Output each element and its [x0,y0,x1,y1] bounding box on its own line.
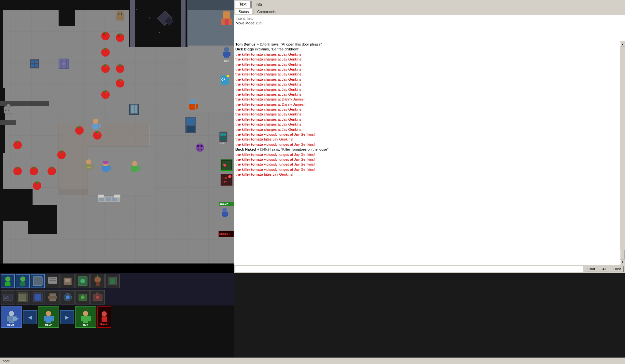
svg-text:KIT: KIT [222,181,227,184]
equip-slot-7[interactable] [90,290,105,304]
chat-message: the killer tomato charges at Jay Genkins… [235,112,618,117]
svg-rect-159 [49,280,56,281]
chat-scrollbar[interactable]: ▲ ▼ [620,41,625,265]
svg-point-66 [118,13,119,15]
resist-indicator[interactable]: RESIST [97,306,111,328]
svg-point-123 [201,145,202,147]
status-tabs: Status Commands [234,8,625,15]
chat-message: the killer tomato charges at Jay Genkins… [235,77,618,82]
tab-text[interactable]: Text [235,1,251,8]
svg-rect-31 [119,33,121,36]
svg-rect-119 [98,195,104,198]
svg-rect-57 [33,167,35,169]
svg-rect-98 [92,124,94,128]
svg-rect-176 [48,296,57,299]
svg-point-44 [105,91,108,94]
chat-message: the killer tomato bites Jay Genkins! [235,172,618,177]
resist-label: RESIST [100,322,109,325]
right-button[interactable]: RIGHT [1,306,22,328]
left-arrow[interactable]: ◀ [23,310,37,324]
svg-point-183 [96,296,99,299]
inv-slot-7[interactable] [90,274,105,288]
tab-info[interactable]: Info [251,1,266,8]
equip-slot-4[interactable] [46,290,60,304]
svg-rect-117 [106,197,111,201]
right-arrow[interactable]: ▶ [60,310,74,324]
svg-point-135 [222,208,227,212]
chat-message: the killer tomato charges at Danny James… [235,102,618,107]
svg-text:MED: MED [222,177,227,180]
scroll-down-arrow[interactable]: ▼ [620,260,625,264]
equip-slot-5[interactable] [61,290,75,304]
svg-point-178 [66,295,70,299]
svg-rect-194 [83,316,88,323]
intent-label: Intent: help [236,17,623,20]
bottom-right-empty [234,273,625,357]
inv-slot-4[interactable] [46,274,60,288]
svg-rect-195 [81,316,84,321]
tab-commands[interactable]: Commands [254,9,279,14]
scroll-thumb[interactable] [620,250,625,260]
svg-rect-186 [7,316,9,321]
svg-point-10 [140,35,140,36]
chat-message: the killer tomato charges at Jay Genkins… [235,117,618,122]
chat-message: the killer tomato charges at Jay Genkins… [235,67,618,72]
chat-message: the killer tomato charges at Jay Genkins… [235,72,618,77]
chat-message: the killer tomato charges at Jay Genkins… [235,92,618,97]
svg-rect-172 [20,294,26,301]
inv-slot-3[interactable] [31,274,45,288]
svg-rect-114 [91,164,94,169]
svg-rect-161 [65,279,70,282]
svg-point-105 [132,161,137,166]
svg-rect-53 [61,150,62,153]
svg-rect-28 [104,32,106,34]
svg-rect-120 [114,195,120,198]
inv-slot-2[interactable] [16,274,30,288]
scroll-up-arrow[interactable]: ▲ [620,42,625,47]
equip-slot-2[interactable] [16,290,30,304]
chat-button[interactable]: Chat [585,266,598,272]
chat-message: the killer tomato charges at Jay Genkins… [235,122,618,127]
inv-slot-1[interactable] [1,274,15,288]
svg-point-197 [102,311,107,317]
svg-point-36 [105,65,108,68]
game-viewport[interactable]: OFF O² [0,0,234,263]
svg-text:RIP: RIP [5,109,9,112]
help-button[interactable]: HELP [38,306,59,328]
svg-text:AWAKE: AWAKE [219,203,229,206]
svg-rect-147 [220,133,226,136]
svg-rect-137 [222,212,223,216]
chat-message: Dick Biggs exclaims, "Be free children!" [235,47,618,52]
move-mode-label: Move Mode: run [236,21,623,25]
svg-point-180 [81,295,85,299]
chat-input[interactable] [235,266,583,272]
svg-rect-4 [129,0,188,47]
status-content: Intent: help Move Mode: run [234,15,625,41]
inv-slot-8[interactable] [105,274,120,288]
equip-slot-6[interactable] [76,290,90,304]
equip-slot-3[interactable] [31,290,45,304]
svg-rect-19 [88,146,153,195]
inv-slot-5[interactable] [61,274,75,288]
svg-rect-99 [99,124,101,128]
svg-text:RESIST: RESIST [219,233,230,236]
svg-rect-83 [31,64,34,67]
svg-rect-182 [96,293,99,296]
run-button[interactable]: RUN [75,306,96,328]
svg-point-121 [196,143,204,152]
host-button[interactable]: Host [610,266,624,272]
svg-rect-104 [108,166,111,170]
chat-log[interactable]: Tom Demus ✦ [145.9] says, "AI open this … [234,41,620,265]
svg-point-79 [227,75,229,77]
tab-status[interactable]: Status [235,9,252,14]
svg-point-49 [97,132,100,135]
game-map: OFF O² [0,0,234,263]
svg-rect-25 [0,120,16,125]
inv-slot-6[interactable] [76,274,90,288]
svg-rect-155 [20,282,25,286]
equip-slot-1[interactable]: ⬡⬡ [1,290,15,304]
svg-point-109 [86,159,91,165]
svg-point-6 [149,18,150,19]
all-button[interactable]: All [599,266,609,272]
svg-rect-71 [229,19,232,25]
